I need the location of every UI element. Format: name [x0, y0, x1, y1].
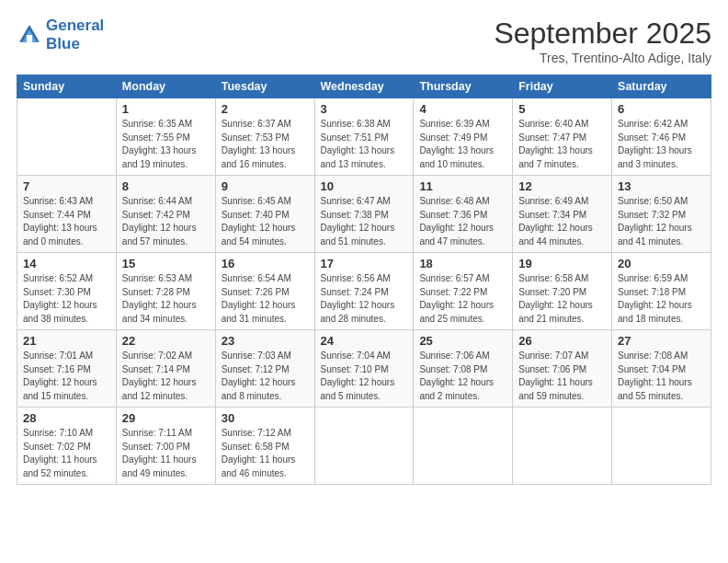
calendar-cell: 4Sunrise: 6:39 AMSunset: 7:49 PMDaylight… — [414, 98, 513, 176]
day-number: 2 — [222, 102, 309, 116]
calendar-cell: 18Sunrise: 6:57 AMSunset: 7:22 PMDayligh… — [414, 253, 513, 330]
title-area: September 2025 Tres, Trentino-Alto Adige… — [494, 17, 711, 65]
weekday-header-thursday: Thursday — [414, 75, 513, 98]
calendar-cell: 9Sunrise: 6:45 AMSunset: 7:40 PMDaylight… — [215, 176, 314, 253]
day-number: 26 — [518, 334, 606, 348]
day-info: Sunrise: 6:49 AMSunset: 7:34 PMDaylight:… — [518, 195, 606, 248]
day-number: 10 — [321, 179, 408, 193]
day-info: Sunrise: 6:45 AMSunset: 7:40 PMDaylight:… — [222, 195, 309, 248]
day-number: 21 — [23, 334, 110, 348]
calendar-cell: 17Sunrise: 6:56 AMSunset: 7:24 PMDayligh… — [314, 253, 414, 330]
calendar-cell: 11Sunrise: 6:48 AMSunset: 7:36 PMDayligh… — [414, 176, 513, 253]
day-number: 12 — [518, 179, 606, 193]
day-number: 3 — [321, 102, 408, 116]
weekday-header-row: SundayMondayTuesdayWednesdayThursdayFrid… — [17, 75, 711, 98]
day-info: Sunrise: 6:58 AMSunset: 7:20 PMDaylight:… — [518, 272, 606, 326]
calendar-cell: 2Sunrise: 6:37 AMSunset: 7:53 PMDaylight… — [215, 98, 314, 176]
day-number: 28 — [23, 411, 110, 425]
day-number: 7 — [23, 179, 110, 193]
calendar-cell: 3Sunrise: 6:38 AMSunset: 7:51 PMDaylight… — [314, 98, 414, 176]
calendar-cell: 30Sunrise: 7:12 AMSunset: 6:58 PMDayligh… — [215, 408, 314, 485]
day-number: 5 — [518, 102, 606, 116]
logo-icon — [17, 22, 42, 48]
day-info: Sunrise: 7:01 AMSunset: 7:16 PMDaylight:… — [23, 350, 110, 403]
calendar-cell — [17, 98, 117, 176]
calendar-cell: 5Sunrise: 6:40 AMSunset: 7:47 PMDaylight… — [513, 98, 612, 176]
day-info: Sunrise: 6:56 AMSunset: 7:24 PMDaylight:… — [321, 272, 408, 326]
calendar-cell — [513, 408, 612, 485]
day-info: Sunrise: 6:53 AMSunset: 7:28 PMDaylight:… — [122, 272, 210, 326]
calendar-cell: 7Sunrise: 6:43 AMSunset: 7:44 PMDaylight… — [17, 176, 117, 253]
day-info: Sunrise: 7:12 AMSunset: 6:58 PMDaylight:… — [222, 427, 309, 480]
weekday-header-friday: Friday — [513, 75, 612, 98]
day-info: Sunrise: 6:37 AMSunset: 7:53 PMDaylight:… — [222, 118, 309, 171]
calendar-cell: 16Sunrise: 6:54 AMSunset: 7:26 PMDayligh… — [215, 253, 314, 330]
day-info: Sunrise: 6:57 AMSunset: 7:22 PMDaylight:… — [419, 272, 506, 326]
day-number: 23 — [222, 334, 309, 348]
day-number: 1 — [122, 102, 210, 116]
calendar-cell: 13Sunrise: 6:50 AMSunset: 7:32 PMDayligh… — [612, 176, 711, 253]
day-info: Sunrise: 6:40 AMSunset: 7:47 PMDaylight:… — [518, 118, 606, 171]
day-number: 13 — [618, 179, 705, 193]
calendar-cell: 25Sunrise: 7:06 AMSunset: 7:08 PMDayligh… — [414, 330, 513, 408]
calendar-cell: 6Sunrise: 6:42 AMSunset: 7:46 PMDaylight… — [612, 98, 711, 176]
calendar-cell: 27Sunrise: 7:08 AMSunset: 7:04 PMDayligh… — [612, 330, 711, 408]
calendar-cell: 20Sunrise: 6:59 AMSunset: 7:18 PMDayligh… — [612, 253, 711, 330]
calendar-cell: 1Sunrise: 6:35 AMSunset: 7:55 PMDaylight… — [116, 98, 215, 176]
day-info: Sunrise: 6:38 AMSunset: 7:51 PMDaylight:… — [321, 118, 408, 171]
day-number: 25 — [419, 334, 506, 348]
day-info: Sunrise: 6:54 AMSunset: 7:26 PMDaylight:… — [222, 272, 309, 326]
weekday-header-monday: Monday — [116, 75, 215, 98]
calendar-table: SundayMondayTuesdayWednesdayThursdayFrid… — [17, 75, 711, 485]
day-info: Sunrise: 7:07 AMSunset: 7:06 PMDaylight:… — [518, 350, 606, 403]
day-info: Sunrise: 7:11 AMSunset: 7:00 PMDaylight:… — [122, 427, 210, 480]
day-number: 8 — [122, 179, 210, 193]
day-number: 29 — [122, 411, 210, 425]
day-info: Sunrise: 6:42 AMSunset: 7:46 PMDaylight:… — [618, 118, 705, 171]
day-number: 30 — [222, 411, 309, 425]
calendar-cell: 24Sunrise: 7:04 AMSunset: 7:10 PMDayligh… — [314, 330, 414, 408]
calendar-cell: 14Sunrise: 6:52 AMSunset: 7:30 PMDayligh… — [17, 253, 117, 330]
day-info: Sunrise: 6:47 AMSunset: 7:38 PMDaylight:… — [321, 195, 408, 248]
day-info: Sunrise: 7:08 AMSunset: 7:04 PMDaylight:… — [618, 350, 705, 403]
day-info: Sunrise: 6:44 AMSunset: 7:42 PMDaylight:… — [122, 195, 210, 248]
day-info: Sunrise: 6:43 AMSunset: 7:44 PMDaylight:… — [23, 195, 110, 248]
logo: GeneralBlue — [17, 17, 104, 52]
svg-rect-2 — [27, 35, 32, 42]
location-subtitle: Tres, Trentino-Alto Adige, Italy — [494, 51, 711, 65]
day-info: Sunrise: 6:48 AMSunset: 7:36 PMDaylight:… — [419, 195, 506, 248]
day-number: 16 — [222, 257, 309, 270]
week-row-2: 7Sunrise: 6:43 AMSunset: 7:44 PMDaylight… — [17, 176, 711, 253]
calendar-cell: 22Sunrise: 7:02 AMSunset: 7:14 PMDayligh… — [116, 330, 215, 408]
page: GeneralBlue September 2025 Tres, Trentin… — [0, 0, 728, 563]
day-number: 11 — [419, 179, 506, 193]
day-info: Sunrise: 6:35 AMSunset: 7:55 PMDaylight:… — [122, 118, 210, 171]
calendar-cell: 19Sunrise: 6:58 AMSunset: 7:20 PMDayligh… — [513, 253, 612, 330]
calendar-cell — [612, 408, 711, 485]
weekday-header-sunday: Sunday — [17, 75, 117, 98]
week-row-1: 1Sunrise: 6:35 AMSunset: 7:55 PMDaylight… — [17, 98, 711, 176]
calendar-cell: 28Sunrise: 7:10 AMSunset: 7:02 PMDayligh… — [17, 408, 117, 485]
calendar-cell: 8Sunrise: 6:44 AMSunset: 7:42 PMDaylight… — [116, 176, 215, 253]
day-number: 19 — [518, 257, 606, 270]
calendar-cell: 21Sunrise: 7:01 AMSunset: 7:16 PMDayligh… — [17, 330, 117, 408]
calendar-cell — [314, 408, 414, 485]
calendar-cell: 12Sunrise: 6:49 AMSunset: 7:34 PMDayligh… — [513, 176, 612, 253]
day-number: 15 — [122, 257, 210, 270]
weekday-header-wednesday: Wednesday — [314, 75, 414, 98]
day-number: 24 — [321, 334, 408, 348]
day-number: 6 — [618, 102, 705, 116]
day-number: 22 — [122, 334, 210, 348]
week-row-4: 21Sunrise: 7:01 AMSunset: 7:16 PMDayligh… — [17, 330, 711, 408]
day-info: Sunrise: 7:03 AMSunset: 7:12 PMDaylight:… — [222, 350, 309, 403]
header: GeneralBlue September 2025 Tres, Trentin… — [17, 17, 711, 65]
calendar-cell — [414, 408, 513, 485]
day-info: Sunrise: 7:04 AMSunset: 7:10 PMDaylight:… — [321, 350, 408, 403]
day-info: Sunrise: 6:52 AMSunset: 7:30 PMDaylight:… — [23, 272, 110, 326]
day-info: Sunrise: 7:02 AMSunset: 7:14 PMDaylight:… — [122, 350, 210, 403]
calendar-cell: 23Sunrise: 7:03 AMSunset: 7:12 PMDayligh… — [215, 330, 314, 408]
week-row-5: 28Sunrise: 7:10 AMSunset: 7:02 PMDayligh… — [17, 408, 711, 485]
day-info: Sunrise: 6:59 AMSunset: 7:18 PMDaylight:… — [618, 272, 705, 326]
day-number: 4 — [419, 102, 506, 116]
calendar-cell: 26Sunrise: 7:07 AMSunset: 7:06 PMDayligh… — [513, 330, 612, 408]
